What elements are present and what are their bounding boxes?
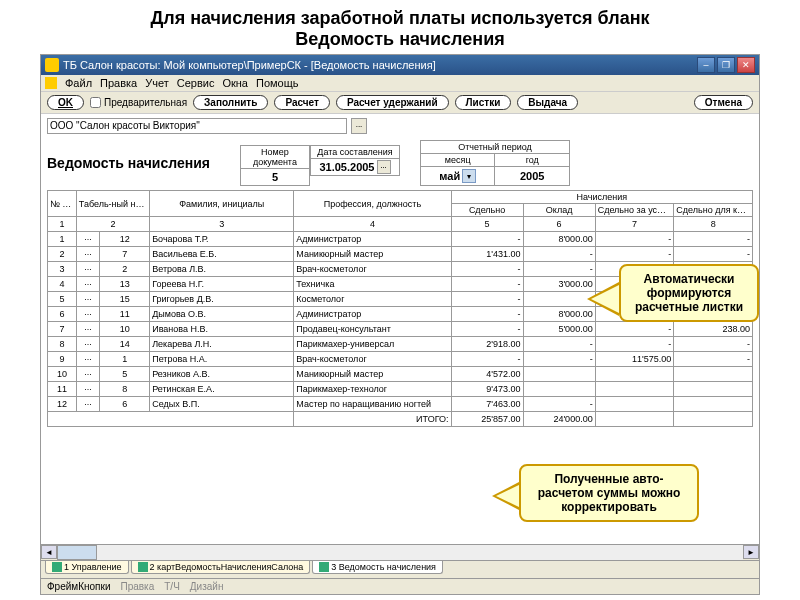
cell-services[interactable]: - — [595, 337, 674, 352]
cell-name[interactable]: Седых В.П. — [150, 397, 294, 412]
cell-profession[interactable]: Парикмахер-универсал — [294, 337, 451, 352]
cell-name[interactable]: Бочарова Т.Р. — [150, 232, 294, 247]
tab-sheet[interactable]: 3 Ведомость начисления — [312, 561, 443, 574]
row-lookup-button[interactable]: ··· — [76, 322, 100, 337]
scroll-left-icon[interactable]: ◄ — [41, 545, 57, 559]
cell-piece[interactable]: 7'463.00 — [451, 397, 523, 412]
row-lookup-button[interactable]: ··· — [76, 292, 100, 307]
cell-salary[interactable]: - — [523, 397, 595, 412]
cell-piece[interactable]: - — [451, 352, 523, 367]
status-framebuttons[interactable]: ФреймКнопки — [47, 581, 110, 592]
cell-salary[interactable] — [523, 382, 595, 397]
status-edit[interactable]: Правка — [120, 581, 154, 592]
row-lookup-button[interactable]: ··· — [76, 247, 100, 262]
month-value[interactable]: май — [439, 170, 460, 182]
month-dropdown-icon[interactable]: ▾ — [462, 169, 476, 183]
cell-piece[interactable]: - — [451, 262, 523, 277]
close-button[interactable]: ✕ — [737, 57, 755, 73]
cell-profession[interactable]: Администратор — [294, 232, 451, 247]
cell-seq[interactable]: 5 — [48, 292, 77, 307]
cell-tabnum[interactable]: 14 — [100, 337, 150, 352]
cell-services[interactable] — [595, 397, 674, 412]
cell-salary[interactable]: 3'000.00 — [523, 277, 595, 292]
cell-cosmetic[interactable] — [674, 382, 753, 397]
table-row[interactable]: 8···14Лекарева Л.Н.Парикмахер-универсал2… — [48, 337, 753, 352]
menu-file[interactable]: Файл — [65, 77, 92, 89]
cell-profession[interactable]: Маникюрный мастер — [294, 247, 451, 262]
cell-cosmetic[interactable]: - — [674, 232, 753, 247]
cell-services[interactable]: - — [595, 322, 674, 337]
cell-tabnum[interactable]: 1 — [100, 352, 150, 367]
cell-piece[interactable]: 9'473.00 — [451, 382, 523, 397]
cell-salary[interactable] — [523, 367, 595, 382]
tab-card[interactable]: 2 картВедомостьНачисленияСалона — [131, 561, 311, 574]
org-lookup-button[interactable]: ··· — [351, 118, 367, 134]
menu-accounting[interactable]: Учет — [145, 77, 169, 89]
deductions-button[interactable]: Расчет удержаний — [336, 95, 449, 110]
cell-profession[interactable]: Техничка — [294, 277, 451, 292]
doc-number-value[interactable]: 5 — [272, 171, 278, 183]
cell-name[interactable]: Васильева Е.Б. — [150, 247, 294, 262]
cell-tabnum[interactable]: 12 — [100, 232, 150, 247]
cell-piece[interactable]: - — [451, 232, 523, 247]
cell-name[interactable]: Лекарева Л.Н. — [150, 337, 294, 352]
cell-salary[interactable]: - — [523, 247, 595, 262]
date-picker-button[interactable]: ··· — [377, 160, 391, 174]
cell-profession[interactable]: Парикмахер-технолог — [294, 382, 451, 397]
cell-name[interactable]: Резников А.В. — [150, 367, 294, 382]
cell-services[interactable] — [595, 367, 674, 382]
cell-seq[interactable]: 3 — [48, 262, 77, 277]
cell-salary[interactable]: 8'000.00 — [523, 232, 595, 247]
cell-salary[interactable]: 5'000.00 — [523, 322, 595, 337]
cell-salary[interactable]: - — [523, 292, 595, 307]
cell-salary[interactable]: - — [523, 262, 595, 277]
cell-tabnum[interactable]: 6 — [100, 397, 150, 412]
cell-tabnum[interactable]: 11 — [100, 307, 150, 322]
menu-windows[interactable]: Окна — [222, 77, 248, 89]
table-row[interactable]: 9···1Петрова Н.А.Врач-косметолог--11'575… — [48, 352, 753, 367]
organization-field[interactable]: ООО "Салон красоты Виктория" — [47, 118, 347, 134]
cell-tabnum[interactable]: 5 — [100, 367, 150, 382]
row-lookup-button[interactable]: ··· — [76, 277, 100, 292]
table-row[interactable]: 10···5Резников А.В.Маникюрный мастер4'57… — [48, 367, 753, 382]
maximize-button[interactable]: ❐ — [717, 57, 735, 73]
cell-profession[interactable]: Маникюрный мастер — [294, 367, 451, 382]
cell-cosmetic[interactable]: - — [674, 247, 753, 262]
cell-piece[interactable]: - — [451, 292, 523, 307]
cell-seq[interactable]: 11 — [48, 382, 77, 397]
cell-name[interactable]: Петрова Н.А. — [150, 352, 294, 367]
horizontal-scrollbar[interactable]: ◄ ► — [41, 544, 759, 560]
cell-profession[interactable]: Мастер по наращиванию ногтей — [294, 397, 451, 412]
cell-seq[interactable]: 10 — [48, 367, 77, 382]
preliminary-checkbox-input[interactable] — [90, 97, 101, 108]
scroll-right-icon[interactable]: ► — [743, 545, 759, 559]
cell-cosmetic[interactable]: - — [674, 352, 753, 367]
cell-services[interactable]: - — [595, 232, 674, 247]
cell-seq[interactable]: 9 — [48, 352, 77, 367]
cell-seq[interactable]: 1 — [48, 232, 77, 247]
cell-name[interactable]: Григорьев Д.В. — [150, 292, 294, 307]
cell-tabnum[interactable]: 15 — [100, 292, 150, 307]
table-row[interactable]: 2···7Васильева Е.Б.Маникюрный мастер1'43… — [48, 247, 753, 262]
cell-salary[interactable]: - — [523, 352, 595, 367]
cell-profession[interactable]: Администратор — [294, 307, 451, 322]
cell-piece[interactable]: - — [451, 277, 523, 292]
cell-name[interactable]: Гореева Н.Г. — [150, 277, 294, 292]
payout-button[interactable]: Выдача — [517, 95, 578, 110]
table-row[interactable]: 11···8Ретинская Е.А.Парикмахер-технолог9… — [48, 382, 753, 397]
cell-profession[interactable]: Врач-косметолог — [294, 262, 451, 277]
calc-button[interactable]: Расчет — [274, 95, 330, 110]
cell-seq[interactable]: 4 — [48, 277, 77, 292]
menu-help[interactable]: Помощь — [256, 77, 299, 89]
row-lookup-button[interactable]: ··· — [76, 352, 100, 367]
row-lookup-button[interactable]: ··· — [76, 382, 100, 397]
preliminary-checkbox[interactable]: Предварительная — [90, 97, 187, 108]
cell-piece[interactable]: - — [451, 307, 523, 322]
cell-piece[interactable]: - — [451, 322, 523, 337]
cell-name[interactable]: Ретинская Е.А. — [150, 382, 294, 397]
cell-tabnum[interactable]: 8 — [100, 382, 150, 397]
cell-salary[interactable]: - — [523, 337, 595, 352]
cell-services[interactable]: 11'575.00 — [595, 352, 674, 367]
minimize-button[interactable]: – — [697, 57, 715, 73]
cell-tabnum[interactable]: 7 — [100, 247, 150, 262]
